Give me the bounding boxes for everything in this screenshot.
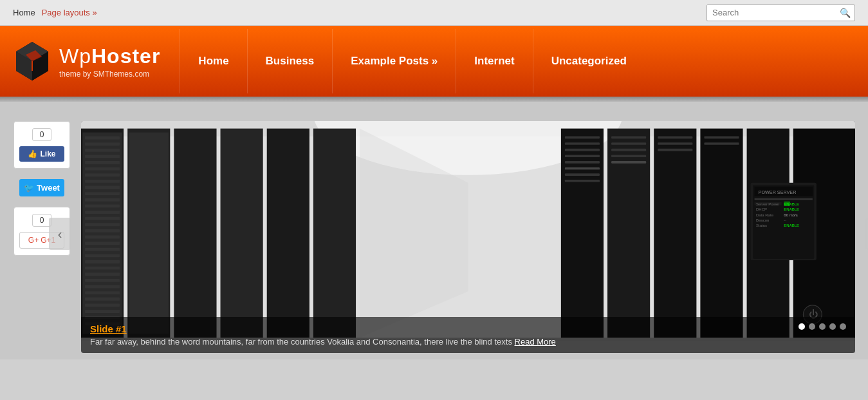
top-nav-home[interactable]: Home bbox=[13, 8, 35, 17]
svg-rect-50 bbox=[561, 129, 604, 338]
svg-rect-62 bbox=[565, 173, 600, 176]
svg-rect-12 bbox=[85, 137, 120, 140]
svg-rect-78 bbox=[755, 198, 813, 200]
svg-rect-30 bbox=[85, 248, 120, 251]
svg-rect-21 bbox=[85, 192, 120, 195]
svg-rect-69 bbox=[658, 137, 692, 139]
svg-rect-44 bbox=[129, 133, 169, 334]
nav-internet[interactable]: Internet bbox=[456, 29, 532, 93]
facebook-widget: 0 👍 Like bbox=[14, 121, 70, 169]
top-bar: Home Page layouts » 🔍 bbox=[0, 0, 868, 26]
svg-rect-60 bbox=[565, 161, 600, 164]
slider-section: ‹ bbox=[81, 115, 855, 359]
svg-text:ENABLE: ENABLE bbox=[784, 202, 799, 206]
svg-rect-16 bbox=[85, 161, 120, 164]
content-area: 0 👍 Like 🐦 Tweet 0 G+ G+1 ‹ bbox=[0, 102, 868, 359]
slide-description: Far far away, behind the word mountains,… bbox=[90, 337, 846, 347]
svg-rect-19 bbox=[85, 180, 120, 183]
svg-text:ENABLE: ENABLE bbox=[784, 224, 799, 227]
search-input[interactable] bbox=[707, 5, 836, 20]
logo-icon bbox=[13, 39, 51, 84]
svg-rect-45 bbox=[174, 129, 216, 338]
logo-text: WpHoster theme by SMThemes.com bbox=[59, 44, 160, 79]
svg-rect-58 bbox=[565, 149, 600, 151]
svg-rect-48 bbox=[313, 129, 356, 338]
svg-rect-13 bbox=[85, 142, 120, 146]
header-divider bbox=[0, 97, 868, 102]
slider-dot-5[interactable] bbox=[840, 323, 846, 330]
main-navigation: Home Business Example Posts » Internet U… bbox=[180, 29, 855, 93]
logo-area: WpHoster theme by SMThemes.com bbox=[13, 26, 180, 97]
svg-text:Data Rate: Data Rate bbox=[756, 213, 774, 217]
nav-uncategorized[interactable]: Uncategorized bbox=[533, 29, 645, 93]
slide-caption: Slide #1 Far far away, behind the word m… bbox=[81, 317, 855, 353]
like-count: 0 bbox=[32, 128, 51, 141]
svg-rect-26 bbox=[85, 223, 120, 226]
svg-rect-29 bbox=[85, 242, 120, 245]
svg-rect-68 bbox=[611, 161, 646, 164]
tweet-label: Tweet bbox=[37, 183, 60, 193]
read-more-link[interactable]: Read More bbox=[515, 337, 556, 347]
slider-dot-4[interactable] bbox=[829, 323, 836, 330]
svg-rect-46 bbox=[221, 129, 263, 338]
slider-next-button[interactable]: › bbox=[865, 218, 868, 250]
site-name-wp: Wp bbox=[59, 44, 91, 68]
nav-business[interactable]: Business bbox=[247, 29, 333, 93]
svg-rect-67 bbox=[611, 155, 646, 157]
svg-rect-33 bbox=[85, 267, 120, 270]
slide-title: Slide #1 bbox=[90, 323, 846, 334]
slider-dot-2[interactable] bbox=[809, 323, 815, 330]
facebook-like-button[interactable]: 👍 Like bbox=[19, 146, 64, 162]
svg-rect-17 bbox=[85, 167, 120, 171]
svg-rect-64 bbox=[611, 137, 646, 139]
svg-rect-61 bbox=[565, 167, 600, 170]
svg-rect-27 bbox=[85, 229, 120, 233]
svg-rect-37 bbox=[85, 291, 120, 294]
svg-rect-51 bbox=[607, 129, 650, 338]
svg-rect-20 bbox=[85, 186, 120, 189]
svg-rect-56 bbox=[565, 137, 600, 139]
svg-rect-23 bbox=[85, 204, 120, 207]
svg-text:ENABLE: ENABLE bbox=[784, 207, 799, 211]
site-tagline: theme by SMThemes.com bbox=[59, 70, 160, 79]
svg-text:Beacon: Beacon bbox=[756, 218, 769, 222]
top-navigation: Home Page layouts » bbox=[13, 8, 97, 17]
svg-rect-39 bbox=[85, 303, 120, 307]
svg-rect-66 bbox=[611, 149, 646, 151]
svg-rect-36 bbox=[85, 285, 120, 289]
nav-home[interactable]: Home bbox=[180, 29, 246, 93]
svg-text:Status: Status bbox=[756, 224, 767, 227]
svg-rect-31 bbox=[85, 254, 120, 257]
svg-rect-35 bbox=[85, 279, 120, 282]
slider-prev-button[interactable]: ‹ bbox=[49, 218, 71, 250]
svg-rect-34 bbox=[85, 272, 120, 276]
nav-example-posts[interactable]: Example Posts » bbox=[332, 29, 456, 93]
svg-rect-24 bbox=[85, 211, 120, 214]
svg-rect-22 bbox=[85, 198, 120, 202]
slider-dot-1[interactable] bbox=[799, 323, 805, 330]
svg-rect-57 bbox=[565, 142, 600, 145]
slider-dot-3[interactable] bbox=[819, 323, 826, 330]
slider-dots bbox=[799, 323, 846, 330]
svg-rect-59 bbox=[565, 155, 600, 157]
svg-rect-47 bbox=[267, 129, 309, 338]
svg-rect-63 bbox=[565, 180, 600, 182]
search-button[interactable]: 🔍 bbox=[836, 5, 854, 21]
top-nav-page-layouts[interactable]: Page layouts » bbox=[42, 8, 97, 17]
svg-rect-28 bbox=[85, 236, 120, 239]
slider: POWER SERVER Server Power ENABLE DHCP EN… bbox=[81, 121, 855, 353]
svg-rect-15 bbox=[85, 155, 120, 158]
site-name-hoster: Hoster bbox=[91, 44, 160, 68]
svg-text:60 mb/s: 60 mb/s bbox=[784, 213, 797, 217]
svg-text:POWER SERVER: POWER SERVER bbox=[759, 189, 797, 195]
svg-rect-52 bbox=[654, 129, 696, 338]
site-name: WpHoster bbox=[59, 44, 160, 68]
svg-rect-70 bbox=[658, 142, 692, 145]
twitter-icon: 🐦 bbox=[24, 183, 34, 193]
like-label: Like bbox=[40, 149, 55, 158]
svg-rect-14 bbox=[85, 149, 120, 152]
tweet-button[interactable]: 🐦 Tweet bbox=[19, 179, 64, 196]
gplus-icon: G+ bbox=[28, 236, 39, 245]
svg-rect-73 bbox=[704, 142, 739, 145]
svg-rect-38 bbox=[85, 298, 120, 301]
